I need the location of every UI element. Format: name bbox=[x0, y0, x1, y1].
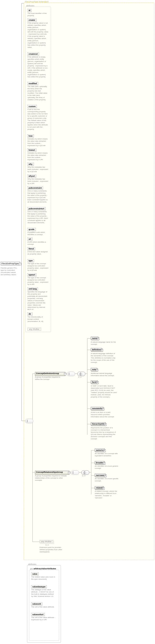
diagram-canvas: Flex1ExtPropType − Flexible generic PCL-… bbox=[0, 0, 155, 644]
any-element[interactable]: any ##other bbox=[40, 540, 53, 543]
element-narrower-desc: An identifier of a more specific concept… bbox=[95, 478, 119, 482]
attribute-dir[interactable]: dir bbox=[27, 312, 32, 316]
expand-icon[interactable]: + bbox=[103, 450, 106, 452]
group-conceptdefinition-desc: A group of properties required to define… bbox=[35, 376, 63, 380]
element-broader[interactable]: broader+ bbox=[95, 461, 104, 464]
grp-prefix: grp bbox=[30, 568, 33, 570]
root-type-name: Flex1ExtPropType bbox=[1, 262, 19, 264]
element-definition[interactable]: definition+ bbox=[91, 348, 102, 351]
attribute-why[interactable]: why bbox=[27, 162, 34, 166]
expand-icon[interactable]: + bbox=[102, 408, 104, 410]
attribute-valueunituri[interactable]: valueunituri bbox=[31, 613, 45, 616]
group-conceptdefinition[interactable]: ConceptDefinitionGroup − bbox=[35, 372, 65, 376]
any-element-label: any ##other bbox=[41, 540, 52, 543]
root-type-caption: Flexible generic PCL-type for controlled… bbox=[1, 267, 19, 276]
attribute-type-desc: The type of the concept assigned as cont… bbox=[27, 262, 48, 272]
attribute-how[interactable]: how bbox=[27, 134, 34, 138]
choice-compositor[interactable] bbox=[77, 372, 85, 376]
attribute-whyuri[interactable]: whyuri bbox=[27, 174, 36, 178]
attribute-valuedatatype[interactable]: valuedatatype bbox=[31, 585, 47, 588]
expand-icon[interactable]: + bbox=[104, 474, 107, 477]
attribute-howuri-desc: Indicates by which means the value was e… bbox=[27, 152, 48, 161]
choice-compositor[interactable] bbox=[81, 470, 89, 475]
occurrence-label: 0..∞ bbox=[78, 376, 82, 378]
attribute-value-desc: The related value (see more in the spec … bbox=[31, 576, 56, 580]
attribute-creator[interactable]: creator bbox=[27, 18, 36, 22]
expand-icon[interactable]: + bbox=[97, 338, 99, 340]
any-element-desc: Extension point for provider-defined pro… bbox=[40, 546, 64, 553]
attribute-why-desc: Why the metadata has been included - exp… bbox=[27, 166, 48, 173]
element-name[interactable]: name+ bbox=[91, 337, 98, 340]
occurrence-label: 0..∞ bbox=[45, 544, 49, 546]
expand-icon[interactable]: − bbox=[64, 373, 66, 375]
attribute-pubconstraint-desc: One or many constraints that apply to pu… bbox=[27, 190, 48, 203]
extension-label: Flex1PropType (extension) bbox=[25, 1, 49, 3]
attribute-modified-desc: The date (and, optionally, the time) whe… bbox=[27, 86, 48, 101]
attribute-typeuri-desc: The type of the concept assigned as cont… bbox=[27, 277, 48, 286]
element-definition-desc: A natural language definition of the sem… bbox=[91, 352, 117, 364]
expand-icon[interactable]: + bbox=[103, 462, 106, 464]
attribute-custom[interactable]: custom bbox=[27, 105, 37, 108]
attribute-literal-desc: A free-text value assigned as property v… bbox=[27, 251, 48, 255]
attribute-how-desc: Indicates by which means the value was e… bbox=[27, 138, 48, 147]
element-note[interactable]: note+ bbox=[91, 368, 97, 371]
element-name-desc: A natural language name for the concept. bbox=[91, 341, 117, 346]
attribute-valueunit-desc: The unit of the value attribute. bbox=[31, 606, 56, 608]
attribute-qcode[interactable]: qcode bbox=[27, 228, 36, 231]
attribute-valueunit[interactable]: valueunit bbox=[31, 602, 42, 606]
expand-icon[interactable]: + bbox=[101, 349, 103, 352]
element-narrower[interactable]: narrower+ bbox=[95, 474, 106, 477]
element-related-desc: A related concept, where the relationshi… bbox=[95, 490, 119, 499]
sequence-compositor[interactable] bbox=[71, 470, 79, 475]
attribute-valuedatatype-desc: The datatype of the value attribute – it… bbox=[31, 589, 56, 598]
element-facet[interactable]: facet+ bbox=[91, 380, 98, 384]
expand-icon[interactable]: + bbox=[104, 423, 107, 426]
attribute-literal[interactable]: literal bbox=[27, 247, 35, 250]
root-type-box[interactable]: Flex1ExtPropType − bbox=[1, 262, 20, 265]
attribute-typeuri[interactable]: typeuri bbox=[27, 273, 36, 276]
element-related[interactable]: related+ bbox=[95, 486, 104, 489]
attribute-howuri[interactable]: howuri bbox=[27, 148, 36, 152]
element-remoteInfo[interactable]: remoteInfo+ bbox=[91, 407, 103, 410]
expand-icon[interactable]: − bbox=[19, 263, 21, 265]
attribute-dir-desc: The directionality of textual content (e… bbox=[27, 316, 48, 322]
group-conceptrelationships-desc: A group of properties required to indica… bbox=[35, 475, 67, 482]
sequence-compositor[interactable] bbox=[67, 372, 75, 376]
expand-icon[interactable]: − bbox=[68, 472, 70, 474]
attribute-whyuri-desc: Why the metadata has been included - exp… bbox=[27, 178, 48, 185]
attribute-id[interactable]: id bbox=[27, 9, 31, 12]
attribute-creator-desc: If the property value is not defined, sp… bbox=[27, 22, 48, 48]
attribute-pubconstrainturi[interactable]: pubconstrainturi bbox=[27, 207, 45, 210]
occurrence-label: 0..∞ bbox=[82, 475, 86, 477]
attribute-pubconstrainturi-desc: One or many constraints that apply to pu… bbox=[27, 211, 48, 224]
attribute-xml:lang[interactable]: xml:lang bbox=[27, 287, 38, 290]
expand-icon[interactable]: + bbox=[102, 487, 105, 490]
element-sameAs-desc: An identifier of a concept with equivale… bbox=[95, 452, 119, 457]
element-hierarchyInfo[interactable]: hierarchyInfo+ bbox=[91, 422, 106, 426]
attribute-valueunituri-desc: The unit of the value attribute - expres… bbox=[31, 616, 56, 621]
attribute-modified[interactable]: modified bbox=[27, 82, 38, 85]
element-remoteInfo-desc: A link to an item or a web resource whic… bbox=[91, 411, 117, 418]
attribute-id-desc: The local identifier of the property. bbox=[27, 12, 48, 17]
group-conceptrelationships-label: ConceptRelationshipsGroup bbox=[36, 471, 63, 473]
group-conceptdefinition-label: ConceptDefinitionGroup bbox=[36, 372, 59, 374]
attribute-creatoruri-desc: If the attribute is empty, specifies whi… bbox=[27, 56, 48, 78]
group-conceptrelationships[interactable]: ConceptRelationshipsGroup − bbox=[35, 470, 69, 474]
attribute-qcode-desc: A qualified code which identifies a conc… bbox=[27, 231, 48, 236]
any-attribute-label: any ##other bbox=[29, 328, 40, 330]
attributes-label-2: attributes bbox=[28, 563, 36, 565]
any-attribute[interactable]: any ##other bbox=[27, 328, 41, 331]
attribute-creatoruri[interactable]: creatoruri bbox=[27, 52, 39, 56]
attribute-value[interactable]: value bbox=[31, 572, 38, 576]
attribute-type[interactable]: type bbox=[27, 259, 34, 262]
attribute-pubconstraint[interactable]: pubconstraint bbox=[27, 186, 43, 190]
expand-icon[interactable]: + bbox=[96, 382, 99, 384]
expand-icon[interactable]: + bbox=[96, 369, 98, 371]
attribute-xml:lang-desc: Specifies the language of this property … bbox=[27, 291, 48, 311]
attribute-uri[interactable]: uri bbox=[27, 238, 32, 240]
element-sameAs[interactable]: sameAs+ bbox=[95, 448, 105, 452]
grp-name: arbitraryValueAttributes bbox=[34, 568, 56, 570]
element-hierarchyInfo-desc: Represents the position of a concept in … bbox=[91, 427, 117, 440]
sequence-compositor[interactable] bbox=[25, 419, 33, 423]
attribute-uri-desc: A URI which identifies a concept. bbox=[27, 241, 48, 246]
